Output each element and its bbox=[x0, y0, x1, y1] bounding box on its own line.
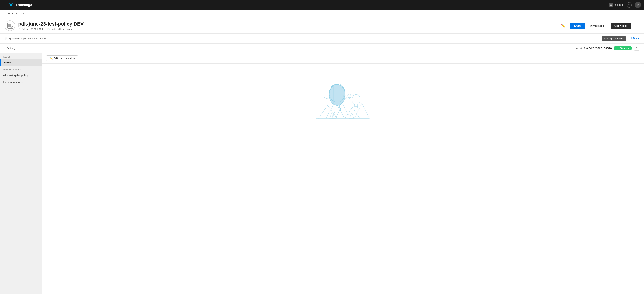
back-arrow-icon: ← bbox=[4, 12, 7, 15]
tags-bar: + Add tags Latest 1.0.0-2023523153540 ✓ … bbox=[0, 43, 644, 53]
share-button[interactable]: Share bbox=[570, 23, 585, 29]
sidebar-apis-label: APIs using this policy bbox=[3, 74, 28, 77]
policy-meta-icon: 🗒 bbox=[18, 28, 21, 30]
clock-icon: 🕐 bbox=[47, 28, 50, 30]
edit-doc-label: Edit documentation bbox=[54, 57, 75, 60]
illustration-area bbox=[42, 64, 644, 139]
asset-identity: pdk-june-23-test-policy DEV 🗒 Policy ⊞ M… bbox=[4, 20, 84, 31]
policy-icon bbox=[6, 22, 13, 29]
mulesoft-text: MuleSoft bbox=[614, 3, 624, 6]
sidebar-item-home[interactable]: Home bbox=[0, 59, 42, 66]
org-meta-icon: ⊞ bbox=[31, 28, 33, 30]
edit-pencil-button[interactable]: ✏️ bbox=[560, 22, 566, 29]
sidebar-pages-label: PAGES bbox=[0, 53, 42, 59]
checkmark-icon: ✓ bbox=[616, 47, 618, 50]
back-link[interactable]: ← Go to assets list bbox=[4, 12, 640, 15]
published-info: 📋 Ignacio Raik published last month bbox=[4, 37, 46, 40]
nav-right: ⊞ MuleSoft ? IR bbox=[609, 2, 641, 8]
sidebar-other-details-label: OTHER DETAILS bbox=[0, 66, 42, 72]
svg-rect-20 bbox=[354, 106, 358, 108]
asset-icon bbox=[4, 20, 15, 31]
sidebar-item-apis-using[interactable]: APIs using this policy bbox=[0, 72, 42, 79]
asset-type-item: 🗒 Policy bbox=[18, 28, 28, 30]
latest-label: Latest bbox=[575, 47, 582, 50]
sidebar-home-label: Home bbox=[4, 61, 11, 64]
asset-header-top: pdk-june-23-test-policy DEV 🗒 Policy ⊞ M… bbox=[4, 20, 640, 33]
breadcrumb-bar: ← Go to assets list bbox=[0, 10, 644, 17]
asset-title-block: pdk-june-23-test-policy DEV 🗒 Policy ⊞ M… bbox=[18, 21, 84, 30]
hamburger-line bbox=[3, 6, 7, 6]
publish-icon: 📋 bbox=[4, 37, 8, 40]
version-chevron-icon: ▾ bbox=[638, 37, 640, 40]
avatar[interactable]: IR bbox=[635, 2, 641, 8]
asset-header: pdk-june-23-test-policy DEV 🗒 Policy ⊞ M… bbox=[0, 17, 644, 33]
edit-doc-bar: ✏️ Edit documentation bbox=[42, 53, 644, 64]
asset-org: MuleSoft bbox=[34, 28, 44, 30]
manage-versions-button[interactable]: Manage versions bbox=[602, 36, 626, 41]
download-button[interactable]: Download ▾ bbox=[587, 22, 607, 29]
asset-updated: Updated last month bbox=[50, 28, 72, 30]
version-number: 1.0.0-2023523153540 bbox=[584, 47, 612, 50]
empty-state-illustration bbox=[312, 81, 373, 122]
more-options-button[interactable]: ⋮ bbox=[633, 23, 640, 29]
back-link-label: Go to assets list bbox=[8, 12, 26, 15]
add-tags-button[interactable]: + Add tags bbox=[4, 47, 16, 50]
version-selector-text: 1.0.x bbox=[630, 37, 637, 40]
nav-left: Exchange bbox=[3, 2, 32, 7]
add-version-button[interactable]: Add version bbox=[611, 23, 631, 29]
brand-name: Exchange bbox=[16, 3, 32, 7]
version-controls: Manage versions 1.0.x ▾ bbox=[602, 35, 640, 41]
version-selector[interactable]: 1.0.x ▾ bbox=[630, 37, 640, 40]
mulesoft-icon: ⊞ bbox=[609, 3, 613, 7]
asset-updated-item: 🕐 Updated last month bbox=[47, 28, 72, 30]
main-layout: PAGES Home OTHER DETAILS APIs using this… bbox=[0, 53, 644, 294]
asset-actions: ✏️ Share Download ▾ Add version ⋮ bbox=[560, 22, 640, 29]
help-button[interactable]: ? bbox=[626, 2, 632, 7]
download-label: Download bbox=[590, 24, 602, 27]
hamburger-menu-button[interactable] bbox=[3, 3, 7, 6]
asset-type: Policy bbox=[22, 28, 28, 30]
stable-label: Stable bbox=[620, 47, 627, 50]
publisher-text: Ignacio Raik published last month bbox=[9, 37, 46, 40]
stable-badge[interactable]: ✓ Stable ▾ bbox=[614, 46, 632, 50]
download-chevron-icon: ▾ bbox=[603, 24, 604, 27]
svg-point-17 bbox=[352, 94, 360, 105]
svg-marker-7 bbox=[350, 112, 354, 119]
sidebar-item-implementations[interactable]: Implementations bbox=[0, 79, 42, 86]
collapse-button[interactable]: ⌃ bbox=[634, 46, 640, 50]
content-area: ✏️ Edit documentation bbox=[42, 53, 644, 294]
version-bar: 📋 Ignacio Raik published last month Mana… bbox=[0, 33, 644, 43]
asset-name: pdk-june-23-test-policy DEV bbox=[18, 21, 84, 27]
edit-documentation-button[interactable]: ✏️ Edit documentation bbox=[46, 55, 78, 61]
exchange-logo-icon bbox=[9, 2, 14, 7]
sidebar: PAGES Home OTHER DETAILS APIs using this… bbox=[0, 53, 42, 294]
hamburger-line bbox=[3, 5, 7, 5]
hamburger-line bbox=[3, 3, 7, 4]
edit-doc-pencil-icon: ✏️ bbox=[50, 57, 52, 60]
mulesoft-label: ⊞ MuleSoft bbox=[609, 3, 624, 7]
stable-chevron-icon: ▾ bbox=[628, 47, 630, 50]
asset-meta: 🗒 Policy ⊞ MuleSoft 🕐 Updated last month bbox=[18, 28, 84, 30]
top-navigation: Exchange ⊞ MuleSoft ? IR bbox=[0, 0, 644, 10]
collapse-arrow-icon: ⌃ bbox=[636, 47, 638, 50]
sidebar-implementations-label: Implementations bbox=[3, 81, 22, 84]
brand-logo: Exchange bbox=[9, 2, 32, 7]
latest-version-info: Latest 1.0.0-2023523153540 ✓ Stable ▾ ⌃ bbox=[575, 46, 640, 50]
asset-org-item: ⊞ MuleSoft bbox=[31, 28, 44, 30]
